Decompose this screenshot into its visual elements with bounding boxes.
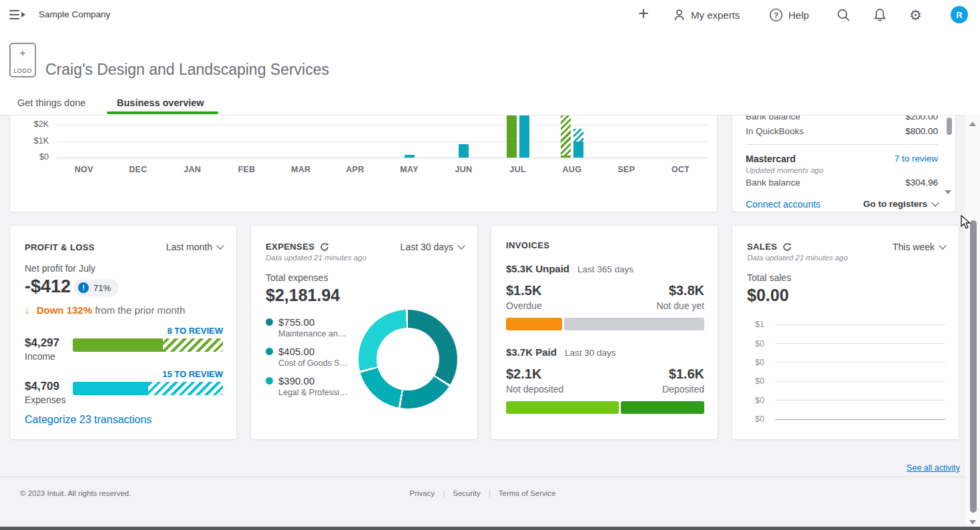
chevron-down-icon: [939, 242, 946, 249]
quickbooks-dashboard: Sample Company + My experts ? Help ⚙: [0, 0, 980, 530]
to-review-link[interactable]: 7 to review: [895, 153, 938, 165]
legend-item: $755.00 Maintenance an…: [266, 316, 356, 338]
unpaid-period: Last 365 days: [577, 264, 634, 274]
income-progress-bar: [73, 338, 223, 352]
bell-icon: [873, 8, 887, 22]
expenses-updated-text: Data updated 21 minutes ago: [266, 254, 366, 262]
bank-balance-value: $200.00: [905, 115, 938, 123]
bank-actions-row: Connect accounts Go to registers: [746, 198, 938, 210]
unpaid-bar[interactable]: [506, 318, 704, 330]
scroll-up-icon[interactable]: [969, 121, 976, 126]
help-button[interactable]: ? Help: [769, 0, 809, 29]
footer-link[interactable]: Privacy: [402, 489, 443, 497]
tab-get-things-done[interactable]: Get things done: [17, 97, 85, 108]
legend-item: $405.00 Cost of Goods S…: [266, 346, 356, 368]
scroll-down-icon[interactable]: [969, 520, 976, 525]
page-title: Craig's Design and Landscaping Services: [45, 61, 329, 79]
net-profit-subtitle: Net profit for July: [25, 263, 95, 274]
profit-loss-card: PROFIT & LOSS Last month Net profit for …: [9, 225, 237, 440]
not-deposited-bar-segment: [506, 401, 619, 414]
notifications-button[interactable]: [873, 0, 887, 29]
expenses-period-dropdown[interactable]: Last 30 days: [401, 242, 464, 252]
sales-card: SALES Data updated 21 minutes ago This w…: [732, 225, 959, 440]
unpaid-headline: $5.3K UnpaidLast 365 days: [506, 263, 634, 274]
period-label: Last month: [166, 242, 212, 252]
paid-amount-label: $3.7K Paid: [506, 346, 557, 358]
top-navigation-bar: Sample Company + My experts ? Help ⚙: [0, 0, 980, 29]
my-experts-button[interactable]: My experts: [673, 0, 740, 29]
svg-text:?: ?: [774, 11, 778, 19]
account-name: Mastercard: [746, 153, 796, 165]
donut-hole: [377, 328, 439, 390]
go-to-registers-dropdown[interactable]: Go to registers: [863, 198, 938, 210]
total-expenses-label: Total expenses: [266, 272, 328, 283]
income-to-review-link[interactable]: 8 TO REVIEW: [167, 326, 223, 336]
company-logo-upload[interactable]: + LOGO: [9, 43, 36, 77]
expenses-to-review-link[interactable]: 15 TO REVIEW: [162, 369, 223, 379]
sales-period-dropdown[interactable]: This week: [893, 242, 945, 252]
active-tab-underline: [107, 111, 218, 114]
bank-card-scroll-down-icon[interactable]: [945, 190, 951, 194]
help-icon: ?: [769, 8, 783, 22]
profit-loss-period-dropdown[interactable]: Last month: [166, 242, 223, 252]
not-due-label: Not due yet: [656, 300, 704, 311]
footer-links: Privacy|Security|Terms of Service: [0, 489, 965, 497]
period-label: This week: [893, 242, 935, 252]
not-deposited-label: Not deposited: [506, 384, 563, 394]
overdue-label: Overdue: [506, 300, 542, 311]
horizontal-scrollbar[interactable]: [0, 527, 980, 530]
expenses-card: EXPENSES Data updated 21 minutes ago Las…: [250, 225, 478, 440]
menu-toggle-icon[interactable]: [9, 9, 27, 20]
quick-create-button[interactable]: +: [634, 1, 653, 25]
paid-bar[interactable]: [506, 401, 704, 414]
refresh-icon[interactable]: [320, 242, 329, 252]
page-scrollbar-thumb[interactable]: [970, 220, 977, 513]
chevron-down-icon: [216, 242, 224, 249]
settings-button[interactable]: ⚙: [909, 0, 922, 29]
overdue-bar-segment: [506, 318, 562, 330]
search-icon: [836, 8, 850, 22]
expenses-amount: $4,709: [25, 380, 59, 393]
sales-grid-row: $0: [747, 391, 945, 410]
tab-business-overview[interactable]: Business overview: [117, 97, 204, 108]
income-amount: $4,297: [25, 336, 59, 350]
expenses-title: EXPENSES: [266, 242, 314, 252]
paid-period: Last 30 days: [565, 348, 616, 358]
sales-updated-text: Data updated 21 minutes ago: [747, 254, 848, 262]
legend-value: $405.00: [278, 346, 314, 357]
go-to-registers-label: Go to registers: [863, 198, 927, 210]
account-balance-value: $304.96: [905, 177, 938, 189]
sales-grid-row: $0: [747, 372, 945, 390]
not-due-amount: $3.8K: [669, 283, 704, 298]
search-button[interactable]: [836, 0, 850, 29]
sales-grid-row: $0: [747, 353, 945, 372]
net-profit-amount: -$412: [25, 276, 71, 297]
expenses-label: Expenses: [25, 394, 65, 405]
profit-loss-trend-card: $2K$1K$0 NOVDECJANFEBMARAPRMAYJUNJULAUGS…: [9, 115, 718, 212]
my-experts-label: My experts: [691, 9, 740, 21]
paid-headline: $3.7K PaidLast 30 days: [506, 346, 616, 358]
bank-balance-label: Bank balance: [746, 115, 800, 123]
see-all-activity-link[interactable]: See all activity: [907, 463, 960, 473]
sales-title: SALES: [747, 242, 777, 252]
in-quickbooks-label: In QuickBooks: [746, 125, 804, 138]
expenses-progress-bar: [73, 382, 223, 395]
refresh-icon[interactable]: [782, 242, 792, 252]
account-updated-text: Updated moments ago: [746, 166, 938, 174]
period-label: Last 30 days: [401, 242, 453, 252]
footer-link[interactable]: Terms of Service: [491, 489, 564, 497]
gear-icon: ⚙: [909, 8, 922, 22]
bank-accounts-card: Bank balance $200.00 In QuickBooks $800.…: [732, 115, 956, 212]
chevron-down-icon: [931, 199, 939, 206]
footer-link[interactable]: Security: [445, 489, 489, 497]
chevron-down-icon: [457, 242, 465, 249]
net-profit-badge[interactable]: ! 71%: [74, 279, 119, 296]
legend-dot: [266, 377, 273, 384]
connect-accounts-link[interactable]: Connect accounts: [746, 198, 820, 210]
categorize-transactions-link[interactable]: Categorize 23 transactions: [25, 414, 152, 426]
bank-card-scrollbar-thumb[interactable]: [947, 117, 952, 135]
account-balance-label: Bank balance: [746, 177, 800, 189]
legend-label: Maintenance an…: [278, 329, 356, 338]
help-label: Help: [788, 9, 809, 21]
avatar[interactable]: R: [951, 6, 968, 23]
